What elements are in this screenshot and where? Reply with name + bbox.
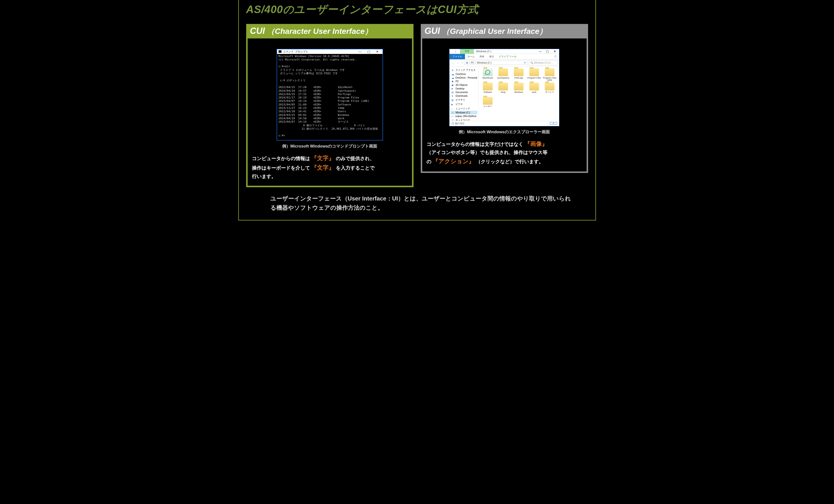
gui-abbr: GUI [425, 26, 440, 36]
nav-item[interactable]: ミュージック [451, 106, 477, 111]
cube-icon [452, 84, 454, 86]
breadcrumb[interactable]: 🖥 › PC › Windows (C:) ⟳ [464, 61, 528, 65]
nav-up-icon[interactable]: ↑ [461, 61, 463, 65]
pic-icon [452, 99, 454, 101]
nav-item[interactable]: クイック アクセス [451, 68, 477, 72]
window-controls: — ▢ ✕ [537, 49, 559, 53]
gui-fullname: （Graphical User Interface） [442, 27, 547, 36]
nav-item[interactable]: Desktop [451, 87, 477, 90]
command-prompt-output[interactable]: Microsoft Windows [Version 10.0.19045.41… [277, 54, 382, 140]
folder-item[interactable]: Program Files [527, 68, 541, 82]
hdd-icon [452, 111, 454, 114]
t: コンピュータからの情報は [252, 156, 310, 161]
folder-icon [514, 83, 524, 90]
nav-item[interactable]: OneDrive [451, 72, 477, 76]
search-icon: 🔍 [530, 61, 533, 64]
nav-item-label: 3D Objects [456, 84, 467, 86]
nav-item-label: ビデオ [456, 103, 463, 106]
ribbon-help-icon[interactable]: ⓘ [552, 54, 559, 59]
address-bar: ← → ↑ 🖥 › PC › Windows (C:) ⟳ 🔍 [449, 60, 559, 66]
folder-label: サービス [543, 91, 556, 96]
folder-label: ユーザー [481, 106, 495, 110]
refresh-icon[interactable]: ⟳ [524, 61, 526, 64]
crumb-sep: › [475, 61, 476, 64]
ribbon-tab-view[interactable]: 表示 [487, 54, 497, 59]
close-button[interactable]: ✕ [374, 50, 381, 53]
close-button[interactable]: ✕ [551, 49, 558, 53]
view-mode-buttons[interactable] [549, 122, 557, 125]
nav-item[interactable]: Downloads [451, 94, 477, 98]
folder-label: work [527, 91, 541, 96]
folder-label: Program Files (x86) [543, 77, 556, 82]
folder-item[interactable]: Program Files (x86) [543, 68, 556, 82]
folder-item[interactable]: (workspace) [497, 68, 510, 82]
maximize-button[interactable]: ▢ [544, 49, 551, 53]
nav-back-icon[interactable]: ← [451, 61, 455, 65]
nav-item-label: Documents [456, 91, 468, 94]
b: 『 [433, 158, 438, 165]
folder-item[interactable]: Windows [512, 83, 525, 96]
t: （アイコンやボタン等）でも提供され、操作はマウス等 [426, 150, 547, 155]
status-bar: 11 個の項目 [449, 121, 559, 126]
ribbon-tab-share[interactable]: 共有 [477, 54, 487, 59]
cmd-window-title: コマンド プロンプト [283, 50, 309, 53]
t: 操作はキーボードを介して [252, 165, 310, 171]
folder-item[interactable]: work [527, 83, 541, 96]
nav-item-label: ネットワーク [456, 118, 470, 121]
folder-item[interactable]: ユーザー [481, 97, 495, 110]
cmd-icon [279, 50, 282, 53]
gui-body: | 管理 Windows (C:) — ▢ ✕ ファイル ホーム 共有 [421, 39, 588, 173]
b: 『 [525, 140, 530, 147]
b: 』 [329, 155, 334, 161]
folder-label: Software [481, 91, 495, 96]
nav-item[interactable]: ネットワーク [451, 118, 477, 121]
b: 『 [311, 164, 317, 171]
nav-item[interactable]: Windows (C:) [451, 111, 477, 114]
columns: CUI （Character User Interface） コマンド プロンプ… [246, 24, 588, 187]
crumb-sep: › [469, 61, 470, 64]
navigation-pane[interactable]: クイック アクセスOneDriveOneDrive - PersonalPC3D… [449, 66, 479, 121]
file-grid[interactable]: $SysReset(workspace)PerfLogsProgram File… [479, 66, 559, 121]
ribbon-tab-file[interactable]: ファイル [449, 54, 465, 59]
folder-item[interactable]: PerfLogs [512, 68, 525, 82]
nav-item[interactable]: OneDrive - Personal [451, 76, 477, 80]
hl-action: アクション [438, 158, 469, 165]
t: （クリックなど）で行います。 [476, 159, 544, 164]
minimize-button[interactable]: — [537, 49, 544, 53]
cui-fullname: （Character User Interface） [267, 27, 372, 36]
folder-icon [529, 68, 539, 76]
desk-icon [452, 87, 454, 90]
mus-icon [452, 107, 454, 110]
crumb-pc[interactable]: PC [471, 61, 474, 64]
nav-item-label: OneDrive [456, 73, 466, 75]
minimize-button[interactable]: — [356, 50, 364, 53]
nav-item-label: ミュージック [456, 107, 470, 110]
crumb-location[interactable]: Windows (C:) [477, 61, 491, 64]
nav-item[interactable]: 3D Objects [451, 83, 477, 87]
nav-item[interactable]: ピクチャ [451, 98, 477, 102]
folder-item[interactable]: $SysReset [481, 68, 495, 82]
nav-item[interactable]: Documents [451, 90, 477, 94]
search-input[interactable]: 🔍 Windows (C:)の... [529, 61, 557, 65]
cui-body: コマンド プロンプト — ▢ ✕ Microsoft Windows [Vers… [246, 39, 414, 187]
manage-tab[interactable]: 管理 [460, 49, 474, 54]
command-prompt-titlebar[interactable]: コマンド プロンプト — ▢ ✕ [277, 49, 382, 54]
b: 』 [329, 164, 334, 171]
nav-item[interactable]: PC [451, 80, 477, 83]
maximize-button[interactable]: ▢ [365, 50, 372, 53]
folder-item[interactable]: temp [497, 83, 510, 96]
nav-item-label: solpac (¥¥x19a¥me [455, 115, 476, 117]
folder-icon [498, 83, 508, 90]
folder-item[interactable]: Software [481, 83, 495, 96]
cui-panel: CUI （Character User Interface） コマンド プロンプ… [246, 24, 414, 187]
ribbon-tab-drivetools[interactable]: ドライブ ツール [497, 54, 519, 59]
explorer-titlebar[interactable]: | 管理 Windows (C:) — ▢ ✕ [449, 49, 559, 54]
qat-sep: | [455, 50, 459, 53]
folder-item[interactable]: サービス [543, 83, 556, 96]
quick-access-toolbar[interactable]: | [449, 49, 460, 53]
nav-item[interactable]: ビデオ [451, 102, 477, 106]
ribbon-tab-home[interactable]: ホーム [465, 54, 477, 59]
nav-item[interactable]: solpac (¥¥x19a¥me [451, 114, 477, 118]
nav-forward-icon[interactable]: → [456, 61, 460, 65]
b: 『 [311, 155, 317, 161]
